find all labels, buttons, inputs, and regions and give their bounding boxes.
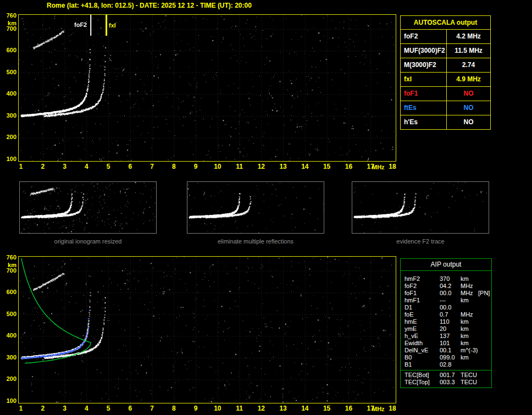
aip-param-hmf2: hmF2: [404, 275, 440, 283]
autoscala-value-muf3000f2: 11.5 MHz: [447, 44, 490, 58]
aip-value-foe: 0.7: [440, 311, 461, 318]
x-tick-label: 7: [146, 163, 158, 170]
aip-row-hmf1: hmF1---km: [404, 297, 491, 304]
aip-unit-yme: km: [461, 325, 478, 333]
aip-note-delnve: [478, 347, 491, 354]
aip-row-foe: foE0.7MHz: [404, 311, 491, 318]
thumbnail-eliminate-plot: [187, 182, 324, 233]
thumbnail-original-plot: [20, 182, 156, 233]
autoscala-row-fof1: foF1NO: [401, 87, 490, 101]
x-tick-label: 14: [299, 405, 311, 412]
aip-table-header: AIP output: [401, 259, 491, 271]
ionogram-bottom-frame: [18, 256, 396, 403]
aip-unit-foe: MHz: [461, 311, 478, 318]
x-tick-label: 16: [342, 405, 354, 412]
aip-note-foe: [478, 311, 491, 318]
aip-param-hve: h_vE: [404, 333, 440, 340]
x-tick-label: 15: [321, 405, 333, 412]
autoscala-row-ftes: ftEsNO: [401, 101, 490, 115]
x-tick-label: 3: [59, 405, 71, 412]
aip-row-delnve: DelN_vE00.1m^(-3): [404, 347, 491, 354]
y-tick-label: 600: [2, 289, 16, 296]
aip-value-hmf1: ---: [440, 297, 461, 304]
y-tick-label: 500: [2, 311, 16, 318]
autoscala-param-muf3000f2: MUF(3000)F2: [401, 44, 447, 58]
autoscala-row-fof2: foF24.2 MHz: [401, 30, 490, 44]
fxI-marker-label: fxI: [109, 22, 116, 29]
x-tick-label: 4: [80, 163, 92, 170]
ionogram-bottom-plot: [19, 257, 396, 403]
aip-value-fof1: 00.0: [440, 290, 461, 297]
x-tick-label: 10: [212, 163, 224, 170]
aip-value-hme: 110: [440, 318, 461, 325]
x-tick-label: 5: [102, 163, 114, 170]
aip-unit-b1: [461, 361, 478, 368]
aip-param-foe: foE: [404, 311, 440, 318]
aip-note-yme: [478, 325, 491, 333]
aip-table-rows: hmF2370kmfoF204.2MHzfoF100.0MHz[PN]hmF1-…: [401, 271, 491, 388]
x-tick-label: 13: [277, 163, 289, 170]
aip-note-fof1: [PN]: [478, 290, 491, 297]
autoscala-row-m3000f2: M(3000)F22.74: [401, 58, 490, 73]
aip-note-hmf1: [478, 297, 491, 304]
autoscala-param-fxi: fxI: [401, 73, 447, 86]
aip-note-tecbot: [478, 372, 491, 379]
aip-row-fof2: foF204.2MHz: [404, 283, 491, 290]
aip-note-ewidth: [478, 340, 491, 347]
aip-param-tectop: TEC[Top]: [404, 379, 440, 386]
aip-param-b0: B0: [404, 354, 440, 361]
aip-unit-fof2: MHz: [461, 283, 478, 290]
aip-unit-hme: km: [461, 318, 478, 325]
autoscala-param-ftes: ftEs: [401, 101, 447, 115]
x-tick-label: 1: [15, 163, 27, 170]
y-tick-label: 300: [2, 112, 16, 119]
autoscala-output-table: AUTOSCALA output foF24.2 MHzMUF(3000)F21…: [400, 15, 491, 130]
x-tick-label: 2: [37, 405, 49, 412]
autoscala-param-m3000f2: M(3000)F2: [401, 58, 447, 72]
thumbnail-evidence-f2: [352, 181, 489, 234]
aip-row-fof1: foF100.0MHz[PN]: [404, 290, 491, 297]
aip-value-delnve: 00.1: [440, 347, 461, 354]
aip-value-hmf2: 370: [440, 275, 461, 283]
x-tick-label: 16: [342, 163, 354, 170]
x-tick-label: 7: [146, 405, 158, 412]
x-tick-label: 6: [124, 405, 136, 412]
aip-unit-tecbot: TECU: [461, 372, 478, 379]
x-tick-label: 18: [386, 405, 398, 412]
autoscala-row-muf3000f2: MUF(3000)F211.5 MHz: [401, 44, 490, 58]
x-tick-label: 8: [168, 405, 180, 412]
aip-param-b1: B1: [404, 361, 440, 368]
autoscala-value-fof2: 4.2 MHz: [447, 30, 490, 43]
x-tick-label: 9: [190, 163, 202, 170]
thumbnail-evidence-plot: [352, 182, 489, 233]
aip-param-yme: ymE: [404, 325, 440, 333]
autoscala-value-fxi: 4.9 MHz: [447, 73, 490, 86]
x-tick-label: 14: [299, 163, 311, 170]
aip-param-ewidth: Ewidth: [404, 340, 440, 347]
aip-unit-hmf1: km: [461, 297, 478, 304]
autoscala-value-fof1: NO: [447, 87, 490, 101]
aip-row-hme: hmE110km: [404, 318, 491, 325]
aip-row-b1: B102.8: [404, 361, 491, 368]
aip-row-hve: h_vE137km: [404, 333, 491, 340]
autoscala-row-hes: h'EsNO: [401, 115, 490, 129]
y-tick-label: 500: [2, 69, 16, 76]
x-tick-label: 3: [59, 163, 71, 170]
aip-unit-b0: km: [461, 354, 478, 361]
x-tick-label: 12: [255, 163, 267, 170]
aip-value-tecbot: 001.7: [440, 372, 461, 379]
x-tick-label: 13: [277, 405, 289, 412]
x-tick-label: 10: [212, 405, 224, 412]
y-tick-label: 400: [2, 90, 16, 97]
aip-note-hve: [478, 333, 491, 340]
ionogram-top-plot: [19, 15, 396, 161]
aip-note-tectop: [478, 379, 491, 386]
autoscala-table-rows: foF24.2 MHzMUF(3000)F211.5 MHzM(3000)F22…: [401, 30, 490, 129]
autoscala-row-fxi: fxI4.9 MHz: [401, 73, 490, 87]
aip-unit-tectop: TECU: [461, 379, 478, 386]
aip-separator: [401, 370, 491, 370]
autoscala-window: Rome (lat: +41.8, lon: 012.5) - DATE: 20…: [0, 0, 532, 415]
aip-row-d1: D100.0: [404, 304, 491, 311]
aip-unit-hve: km: [461, 333, 478, 340]
y-tick-label: 100: [2, 397, 16, 405]
